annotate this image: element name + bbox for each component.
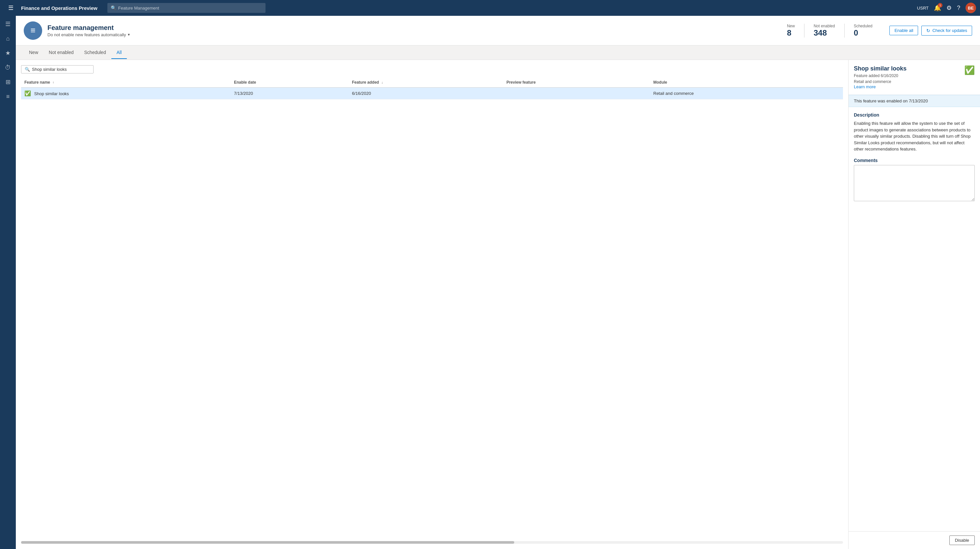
feature-list-panel: 🔍 Feature name ↑ Enable da: [16, 60, 848, 549]
detail-header: Shop similar looks Feature added 6/16/20…: [849, 60, 980, 95]
row-module: Retail and commerce: [650, 88, 843, 99]
main-content: ≡ Feature management Do not enable new f…: [16, 16, 980, 549]
search-icon: 🔍: [111, 5, 116, 11]
tab-not-enabled[interactable]: Not enabled: [43, 46, 79, 59]
feature-table-scroll[interactable]: Feature name ↑ Enable date Feature added…: [21, 77, 843, 538]
detail-body: Description Enabling this feature will a…: [849, 107, 980, 531]
page-icon: ≡: [24, 21, 42, 40]
stat-new-value: 8: [787, 28, 795, 38]
row-enable-date: 7/13/2020: [231, 88, 348, 99]
stat-scheduled-value: 0: [854, 28, 873, 38]
sidebar-item-recent[interactable]: ⏱: [1, 60, 15, 75]
detail-module: Retail and commerce: [854, 80, 907, 84]
col-preview-feature: Preview feature: [503, 77, 650, 88]
hamburger-menu[interactable]: ☰: [4, 1, 18, 15]
header-actions: Enable all ↻ Check for updates: [889, 26, 972, 35]
stat-new: New 8: [778, 24, 804, 38]
detail-footer: Disable: [849, 531, 980, 549]
col-module: Module: [650, 77, 843, 88]
stats-area: New 8 Not enabled 348 Scheduled 0: [778, 24, 881, 38]
settings-icon[interactable]: ⚙: [947, 4, 952, 11]
user-label: USRT: [917, 6, 929, 11]
topbar: ☰ Finance and Operations Preview 🔍 USRT …: [0, 0, 980, 16]
col-enable-date: Enable date: [231, 77, 348, 88]
app-layout: ☰ ⌂ ★ ⏱ ⊞ ≡ ≡ Feature management Do not …: [0, 16, 980, 549]
sidebar-item-modules[interactable]: ≡: [1, 89, 15, 103]
page-title-area: Feature management Do not enable new fea…: [48, 24, 771, 37]
detail-enabled-icon: ✅: [964, 65, 975, 75]
refresh-icon: ↻: [926, 28, 930, 33]
chevron-down-icon: ▾: [128, 32, 130, 37]
app-title: Finance and Operations Preview: [21, 5, 97, 11]
col-feature-added[interactable]: Feature added ↓: [348, 77, 503, 88]
tab-new[interactable]: New: [24, 46, 43, 59]
sidebar-item-menu[interactable]: ☰: [1, 17, 15, 31]
tabs-bar: New Not enabled Scheduled All: [16, 45, 980, 60]
sidebar-item-favorites[interactable]: ★: [1, 46, 15, 60]
stat-scheduled: Scheduled 0: [845, 24, 882, 38]
sidebar: ☰ ⌂ ★ ⏱ ⊞ ≡: [0, 16, 16, 549]
detail-feature-added: Feature added 6/16/2020: [854, 73, 907, 78]
row-feature-added: 6/16/2020: [348, 88, 503, 99]
scrollbar-thumb[interactable]: [21, 541, 514, 544]
page-icon-symbol: ≡: [30, 25, 35, 35]
detail-description-label: Description: [854, 112, 975, 118]
stat-scheduled-label: Scheduled: [854, 24, 873, 28]
stat-not-enabled-value: 348: [814, 28, 835, 38]
feature-search-icon: 🔍: [25, 67, 30, 72]
page-header: ≡ Feature management Do not enable new f…: [16, 16, 980, 45]
detail-description: Enabling this feature will allow the sys…: [854, 120, 975, 153]
page-title: Feature management: [48, 24, 771, 32]
sort-asc-icon: ↑: [52, 81, 54, 84]
detail-header-info: Shop similar looks Feature added 6/16/20…: [854, 65, 907, 89]
sort-desc-icon: ↓: [382, 81, 383, 84]
enable-all-button[interactable]: Enable all: [889, 26, 918, 35]
notif-badge: 1: [938, 3, 942, 8]
enabled-check-icon: ✅: [24, 91, 31, 96]
feature-search-input[interactable]: [32, 67, 90, 72]
search-input[interactable]: [118, 6, 262, 11]
sidebar-item-workspaces[interactable]: ⊞: [1, 75, 15, 89]
user-avatar[interactable]: BE: [966, 3, 976, 13]
detail-learn-more-link[interactable]: Learn more: [854, 84, 876, 89]
disable-button[interactable]: Disable: [949, 536, 975, 545]
tab-all[interactable]: All: [111, 46, 127, 59]
help-icon[interactable]: ?: [957, 5, 960, 11]
detail-comments-label: Comments: [854, 158, 975, 163]
detail-comments-textarea[interactable]: [854, 165, 975, 201]
horizontal-scrollbar[interactable]: [21, 541, 843, 544]
feature-table: Feature name ↑ Enable date Feature added…: [21, 77, 843, 99]
stat-not-enabled-label: Not enabled: [814, 24, 835, 28]
row-preview-feature: [503, 88, 650, 99]
topbar-right: USRT 🔔 1 ⚙ ? BE: [917, 3, 976, 13]
sidebar-item-home[interactable]: ⌂: [1, 32, 15, 45]
feature-search-box[interactable]: 🔍: [21, 65, 94, 73]
check-updates-label: Check for updates: [932, 28, 967, 33]
notifications-icon[interactable]: 🔔 1: [934, 4, 941, 11]
content-area: 🔍 Feature name ↑ Enable da: [16, 60, 980, 549]
detail-enabled-banner: This feature was enabled on 7/13/2020: [849, 95, 980, 107]
page-subtitle[interactable]: Do not enable new features automatically…: [48, 32, 771, 37]
stat-new-label: New: [787, 24, 795, 28]
detail-panel: Shop similar looks Feature added 6/16/20…: [848, 60, 980, 549]
row-feature-name: ✅ Shop similar looks: [21, 88, 231, 99]
table-row[interactable]: ✅ Shop similar looks 7/13/2020 6/16/2020…: [21, 88, 843, 99]
subtitle-text: Do not enable new features automatically: [48, 32, 126, 37]
col-feature-name[interactable]: Feature name ↑: [21, 77, 231, 88]
global-search[interactable]: 🔍: [107, 3, 266, 13]
stat-not-enabled: Not enabled 348: [804, 24, 845, 38]
check-updates-button[interactable]: ↻ Check for updates: [921, 26, 972, 35]
tab-scheduled[interactable]: Scheduled: [79, 46, 111, 59]
detail-title: Shop similar looks: [854, 65, 907, 72]
